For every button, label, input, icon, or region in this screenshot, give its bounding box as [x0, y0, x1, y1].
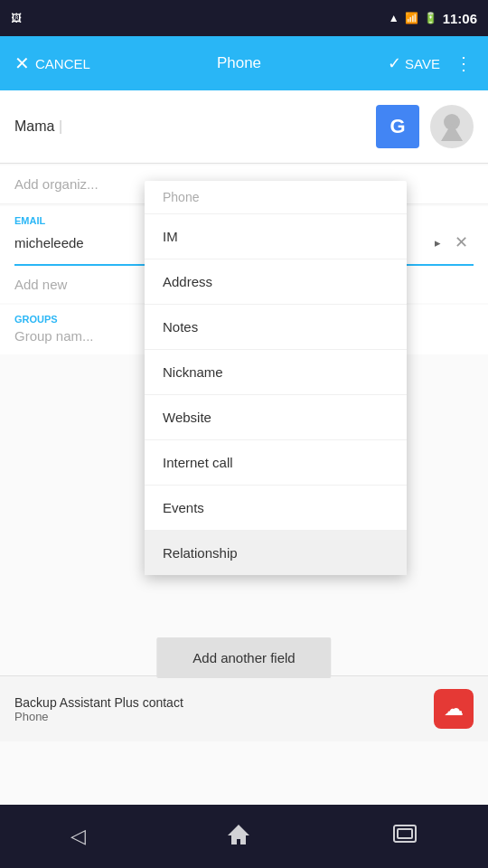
- signal-icon: 📶: [405, 12, 418, 24]
- wifi-icon: ▲: [389, 12, 399, 24]
- dropdown-item-address[interactable]: Address: [145, 259, 407, 305]
- nav-bar: ◁: [0, 805, 488, 868]
- toolbar-right: ✓ SAVE ⋮: [388, 52, 474, 74]
- backup-subtitle: Phone: [14, 710, 434, 723]
- remove-email-button[interactable]: ✕: [448, 230, 474, 255]
- home-button[interactable]: [226, 821, 251, 852]
- status-bar-right: ▲ 📶 🔋 11:06: [389, 11, 477, 26]
- battery-icon: 🔋: [424, 12, 437, 24]
- close-icon: ✕: [14, 52, 30, 74]
- cloud-icon: ☁: [444, 697, 464, 721]
- dropdown-menu: Phone IM Address Notes Nickname Website …: [145, 181, 407, 575]
- cancel-label: CANCEL: [35, 56, 90, 71]
- back-button[interactable]: ◁: [70, 825, 86, 848]
- cancel-button[interactable]: ✕ CANCEL: [14, 52, 90, 74]
- svg-marker-0: [228, 825, 249, 844]
- toolbar-left: ✕ CANCEL: [14, 52, 90, 74]
- svg-rect-2: [398, 829, 412, 838]
- dropdown-item-im[interactable]: IM: [145, 214, 407, 259]
- toolbar-title: Phone: [217, 54, 261, 72]
- status-bar: 🖼 ▲ 📶 🔋 11:06: [0, 0, 488, 36]
- dropdown-item-internet-call[interactable]: Internet call: [145, 440, 407, 486]
- contact-name: Mama: [14, 118, 54, 134]
- status-bar-left: 🖼: [11, 12, 22, 24]
- backup-text: Backup Assistant Plus contact Phone: [14, 695, 434, 723]
- save-label: SAVE: [405, 56, 440, 71]
- save-button[interactable]: ✓ SAVE: [388, 53, 440, 73]
- group-name-placeholder[interactable]: Group nam...: [14, 328, 94, 344]
- picture-icon: 🖼: [11, 12, 22, 24]
- recents-icon: [392, 824, 418, 844]
- home-icon: [226, 821, 251, 846]
- dropdown-item-phone[interactable]: Phone: [145, 181, 407, 214]
- dropdown-item-events[interactable]: Events: [145, 486, 407, 531]
- google-icon: G: [376, 105, 419, 148]
- check-icon: ✓: [388, 53, 401, 73]
- contact-name-field: Mama |: [14, 118, 365, 135]
- backup-title: Backup Assistant Plus contact: [14, 695, 434, 710]
- organization-input[interactable]: Add organiz...: [14, 176, 99, 192]
- add-new-label[interactable]: Add new: [14, 277, 67, 292]
- recents-button[interactable]: [392, 824, 418, 849]
- dropdown-item-notes[interactable]: Notes: [145, 305, 407, 350]
- backup-icon: ☁: [434, 689, 474, 729]
- time-display: 11:06: [443, 11, 477, 26]
- avatar: [430, 105, 474, 148]
- more-button[interactable]: ⋮: [455, 52, 474, 74]
- add-another-field-button[interactable]: Add another field: [156, 637, 331, 678]
- backup-banner: Backup Assistant Plus contact Phone ☁: [0, 675, 488, 741]
- avatar-body: [441, 123, 463, 141]
- main-content: Mama | G Add organiz... EMAIL micheleede…: [0, 90, 488, 805]
- dropdown-item-relationship[interactable]: Relationship: [145, 531, 407, 575]
- email-type-indicator: ▸: [435, 236, 441, 250]
- dropdown-item-website[interactable]: Website: [145, 395, 407, 440]
- dropdown-item-nickname[interactable]: Nickname: [145, 350, 407, 395]
- toolbar: ✕ CANCEL Phone ✓ SAVE ⋮: [0, 36, 488, 90]
- contact-header: Mama | G: [0, 90, 488, 164]
